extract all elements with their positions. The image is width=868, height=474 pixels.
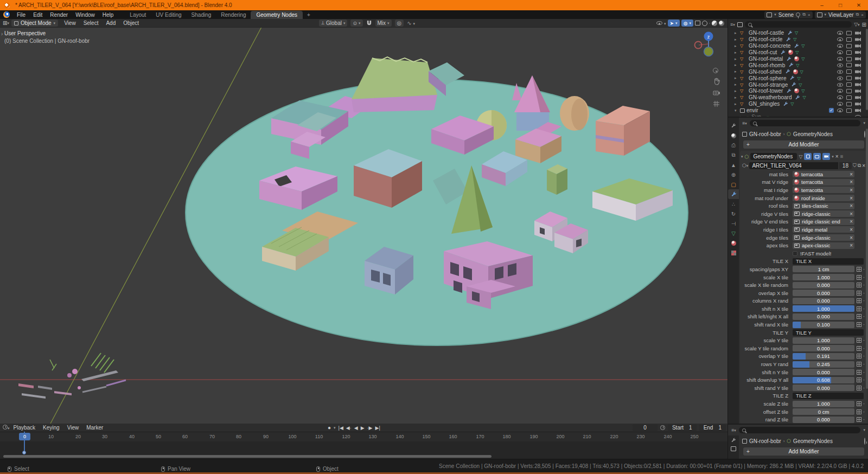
animate-dot-icon[interactable]: · [863,306,865,312]
disable-render-camera-icon[interactable] [855,70,861,74]
properties-scrollbar[interactable] [866,129,868,389]
workspace-tab-active[interactable]: Geometry Nodes [251,11,303,19]
outliner-item[interactable]: ▸ ▽ GN-weatherboard ▽ [728,94,868,101]
hide-viewport-eye-icon[interactable] [837,31,843,35]
frame-end-field[interactable]: End 1 [699,424,726,431]
field-ref-input[interactable]: apex-classic × [793,242,854,249]
modifier-name-field[interactable]: GeometryNodes [750,153,797,160]
outliner-filter-type-icon[interactable] [737,22,743,27]
expand-icon[interactable]: ▸ [735,76,740,80]
unlink-scene-icon[interactable]: × [808,12,810,17]
tab-render[interactable] [731,446,736,451]
falloff-dropdown[interactable]: ∿ ▾ [407,20,415,26]
shading-rendered-button[interactable] [719,21,724,26]
jump-to-end-button[interactable]: ▶| [375,425,380,431]
tab-constraints[interactable]: ⊣ [728,219,739,228]
prev-keyframe-button[interactable]: ◀· [346,425,352,431]
field-value-slider[interactable]: 1.000 [793,305,854,312]
field-value-slider[interactable]: 1.000 [793,401,854,407]
workspace-tab[interactable]: Shading [187,11,216,19]
outliner-item[interactable]: ▸ ▽ GN-roof-shed ▽ [728,68,868,75]
field-value-slider[interactable]: 1.000 [793,274,854,280]
shading-solid-button[interactable] [709,23,710,24]
menu-item[interactable]: Render [46,12,72,18]
workspace-tab[interactable]: Rendering [216,11,251,19]
modifier-extras-icon[interactable]: ▾ [832,155,834,159]
next-keyframe-button[interactable]: ·▶ [367,425,373,431]
field-ref-input[interactable]: ridge classic end × [793,219,854,225]
expand-icon[interactable]: ▸ [735,69,740,74]
hide-viewport-eye-icon[interactable] [837,95,843,99]
breadcrumb-modifier[interactable]: GeometryNodes [793,131,833,137]
hide-viewport-eye-icon[interactable] [837,57,843,61]
maximize-button[interactable]: □ [831,2,850,8]
expand-icon[interactable]: ▸ [735,95,740,100]
titlebar[interactable]: * ARCH_TILER_V_064 [Y:\work\BLE\roof_bas… [0,0,868,10]
hide-viewport-eye-icon[interactable] [837,44,843,48]
hide-viewport-eye-icon[interactable] [837,89,843,93]
clear-button[interactable]: × [850,179,853,185]
gizmos-toggle[interactable]: ➤ ▾ [668,20,680,27]
disable-viewport-icon[interactable] [846,37,852,42]
disable-viewport-icon[interactable] [846,89,852,93]
disable-viewport-icon[interactable] [846,69,852,74]
disable-viewport-icon[interactable] [846,44,852,48]
attribute-toggle-icon[interactable] [857,409,861,414]
orientation-dropdown[interactable]: ⟂ Global ▾ [319,20,347,27]
autokey-dropdown-icon[interactable]: ▾ [334,426,336,430]
attribute-toggle-icon[interactable] [857,370,861,375]
disable-render-camera-icon[interactable] [855,44,861,48]
field-ref-input[interactable]: ridge-classic × [793,210,854,217]
browse-nodetree-icon[interactable]: ⬡▾ [742,163,748,168]
disable-render-camera-icon[interactable] [855,63,861,67]
breadcrumb-object[interactable]: GN-roof-bobr [749,131,781,137]
hide-viewport-eye-icon[interactable] [837,102,843,106]
hide-viewport-eye-icon[interactable] [837,83,843,87]
attribute-toggle-icon[interactable] [857,283,861,287]
remove-viewlayer-icon[interactable]: × [861,12,864,17]
jump-to-start-button[interactable]: |◀ [339,425,343,431]
shading-wireframe-button[interactable] [702,21,707,26]
expand-icon[interactable]: ▸ [735,82,740,87]
expand-icon[interactable]: ▸ [735,31,740,35]
disable-render-camera-icon[interactable] [855,50,861,54]
field-ref-input[interactable]: terracotta × [793,179,854,185]
expand-icon[interactable]: ▸ [735,102,740,106]
play-reverse-button[interactable]: ◀ [354,425,358,431]
outliner-item[interactable]: ▸ ▽ GN-roof-rhomb ▽ [728,62,868,68]
collection-checkbox[interactable]: ✓ [829,108,834,113]
snap-magnet-icon[interactable] [366,20,372,26]
fake-user-shield-icon[interactable]: ⛉ [853,163,857,169]
field-ref-input[interactable]: edge-classic × [793,234,854,241]
hide-viewport-eye-icon[interactable] [837,63,843,67]
outliner-item[interactable]: ▸ ▽ GN-roof-tower ▽ [728,88,868,94]
field-value-slider[interactable]: 0.000 [793,282,854,289]
expand-icon[interactable]: ▸ [735,89,740,93]
clear-button[interactable]: × [850,235,853,241]
outliner-item[interactable]: ▸ ▽ GN-roof-strange ▽ [728,81,868,88]
disable-viewport-icon[interactable] [846,57,852,61]
field-checkbox[interactable]: !FAST model! [793,250,854,257]
animate-dot-icon[interactable]: · [863,266,865,272]
outliner-item[interactable]: ▸ ▽ GN-roof-cut ▽ [728,49,868,56]
field-value-slider[interactable]: 0.000 [793,369,854,375]
tab-tool[interactable] [731,438,736,443]
mode-dropdown[interactable]: Object Mode ▾ [11,20,58,27]
duplicate-icon[interactable]: ⧉ [858,163,861,169]
attribute-toggle-icon[interactable] [857,298,861,303]
outliner-scrollbar[interactable] [866,29,868,110]
blender-logo-icon[interactable] [3,11,10,18]
expand-icon[interactable]: ▸ [735,50,740,55]
tab-modifiers[interactable] [728,189,739,199]
outliner-item[interactable]: ▸ ▽ GN-roof-castle ▽ [728,30,868,36]
field-value-slider[interactable]: 1 cm [793,266,854,272]
toolbar-expand-arrow[interactable]: › [1,31,3,37]
expand-icon[interactable]: ▸ [735,44,740,48]
clear-button[interactable]: × [850,195,853,201]
new-scene-icon[interactable]: ⧉ [802,12,806,17]
disable-render-camera-icon[interactable] [855,31,861,35]
hide-viewport-eye-icon[interactable] [837,76,843,80]
disable-viewport-icon[interactable] [846,50,852,55]
outliner-item[interactable]: ▸ ▽ GN_shingles ▽ [728,101,868,107]
attribute-toggle-icon[interactable] [857,386,861,390]
